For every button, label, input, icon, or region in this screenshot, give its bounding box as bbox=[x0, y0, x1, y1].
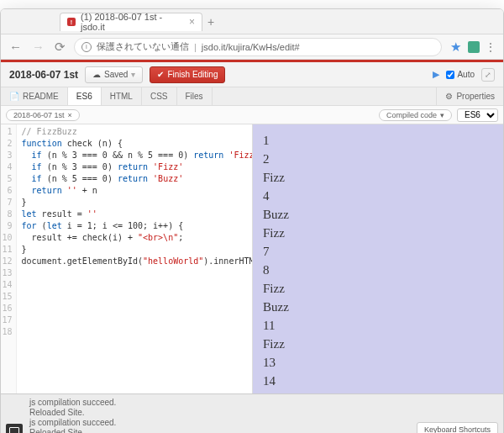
console-panel: js compilation succeed. Reloaded Site. j… bbox=[1, 393, 503, 433]
preview-line: Fizz bbox=[263, 279, 493, 298]
tab-es6[interactable]: ES6 bbox=[68, 87, 102, 105]
preview-line: 4 bbox=[263, 187, 493, 205]
preview-line: Fizz bbox=[263, 168, 493, 187]
auto-checkbox[interactable] bbox=[446, 71, 454, 79]
main-split: 123456789101112131415161718 // FizzBuzzf… bbox=[1, 124, 503, 393]
saved-button[interactable]: ☁ Saved ▾ bbox=[85, 66, 143, 83]
saved-label: Saved bbox=[104, 70, 128, 79]
preview-line: Fizz bbox=[263, 224, 493, 242]
close-icon[interactable]: × bbox=[68, 111, 72, 119]
browser-tab[interactable]: ! (1) 2018-06-07 1st - jsdo.it × bbox=[60, 13, 202, 31]
check-icon: ✔ bbox=[157, 70, 164, 79]
code-content[interactable]: // FizzBuzzfunction check (n) { if (n % … bbox=[17, 124, 252, 393]
tab-close-icon[interactable]: × bbox=[189, 16, 195, 28]
auto-label: Auto bbox=[457, 70, 475, 79]
image-icon[interactable] bbox=[6, 424, 23, 433]
browser-tabstrip: ! (1) 2018-06-07 1st - jsdo.it × + bbox=[1, 9, 503, 34]
cloud-icon: ☁ bbox=[92, 70, 101, 79]
omnibox[interactable]: i 保護されていない通信 | jsdo.it/kujira/KwHs/edit# bbox=[74, 38, 442, 56]
preview-line: 8 bbox=[263, 261, 493, 279]
tab-css[interactable]: CSS bbox=[142, 87, 177, 105]
console-line: Reloaded Site. bbox=[29, 408, 496, 418]
preview-pane: 12Fizz4BuzzFizz78FizzBuzz11Fizz1314FizzB… bbox=[252, 124, 503, 393]
tab-files[interactable]: Files bbox=[177, 87, 213, 105]
preview-line: 11 bbox=[263, 316, 493, 335]
bookmark-icon[interactable]: ★ bbox=[449, 40, 463, 55]
expand-button[interactable]: ⤢ bbox=[481, 68, 495, 82]
preview-line: 2 bbox=[263, 150, 493, 168]
properties-button[interactable]: ⚙ Properties bbox=[436, 87, 503, 105]
app-header: 2018-06-07 1st ☁ Saved ▾ ✔ Finish Editin… bbox=[1, 62, 503, 87]
preview-line: 1 bbox=[263, 131, 493, 150]
tab-title: (1) 2018-06-07 1st - jsdo.it bbox=[81, 12, 181, 32]
site-info-icon[interactable]: i bbox=[81, 42, 92, 52]
play-button[interactable]: ▶ bbox=[433, 69, 439, 80]
file-tabs: 📄 README ES6 HTML CSS Files ⚙ Properties bbox=[1, 87, 503, 106]
line-gutter: 123456789101112131415161718 bbox=[1, 124, 17, 393]
forward-button: → bbox=[30, 40, 46, 54]
preview-output: 12Fizz4BuzzFizz78FizzBuzz11Fizz1314FizzB… bbox=[253, 124, 503, 393]
finish-editing-button[interactable]: ✔ Finish Editing bbox=[150, 66, 225, 83]
preview-line: 7 bbox=[263, 242, 493, 261]
chrome-menu-icon[interactable]: ⋮ bbox=[485, 40, 496, 54]
project-title: 2018-06-07 1st bbox=[9, 69, 78, 81]
tab-readme[interactable]: 📄 README bbox=[1, 87, 68, 105]
finish-label: Finish Editing bbox=[167, 70, 218, 79]
preview-line: Buzz bbox=[263, 205, 493, 224]
language-select[interactable]: ES6 bbox=[457, 108, 498, 122]
auto-toggle[interactable]: Auto bbox=[446, 70, 475, 79]
keyboard-shortcuts-button[interactable]: Keyboard Shortcuts bbox=[417, 422, 498, 433]
browser-window: ! (1) 2018-06-07 1st - jsdo.it × + ← → ⟳… bbox=[0, 8, 504, 433]
favicon-icon: ! bbox=[67, 18, 76, 26]
editor-subbar: 2018-06-07 1st × Compiled code ▾ ES6 bbox=[1, 106, 503, 124]
chevron-down-icon: ▾ bbox=[440, 111, 444, 119]
console-line: js compilation succeed. bbox=[29, 398, 496, 408]
preview-line: Buzz bbox=[263, 298, 493, 316]
extension-icon[interactable] bbox=[468, 41, 480, 53]
tab-html[interactable]: HTML bbox=[102, 87, 142, 105]
preview-line: 14 bbox=[263, 372, 493, 390]
breadcrumb[interactable]: 2018-06-07 1st × bbox=[6, 109, 80, 121]
gear-icon: ⚙ bbox=[445, 92, 453, 101]
compiled-code-dropdown[interactable]: Compiled code ▾ bbox=[379, 109, 452, 121]
reload-button[interactable]: ⟳ bbox=[53, 40, 67, 55]
preview-line: 13 bbox=[263, 353, 493, 372]
new-tab-button[interactable]: + bbox=[202, 15, 219, 29]
url-text: jsdo.it/kujira/KwHs/edit# bbox=[202, 42, 300, 52]
file-icon: 📄 bbox=[9, 92, 19, 101]
address-bar: ← → ⟳ i 保護されていない通信 | jsdo.it/kujira/KwHs… bbox=[1, 34, 503, 60]
back-button[interactable]: ← bbox=[8, 40, 24, 54]
security-label: 保護されていない通信 bbox=[97, 40, 189, 53]
code-editor[interactable]: 123456789101112131415161718 // FizzBuzzf… bbox=[1, 124, 252, 393]
preview-line: Fizz bbox=[263, 335, 493, 353]
